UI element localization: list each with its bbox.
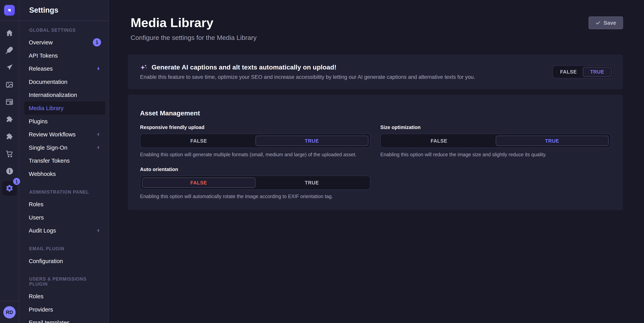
section-label: USERS & PERMISSIONS PLUGIN <box>29 276 102 286</box>
fields-grid: Responsive friendly upload FALSE TRUE En… <box>140 124 611 199</box>
sidebar-item-label: Configuration <box>29 258 63 264</box>
sidebar-item-single-sign-on[interactable]: Single Sign-On <box>19 141 108 154</box>
sidebar-item-plugins[interactable]: Plugins <box>19 114 108 128</box>
nav-content-manager[interactable] <box>0 42 19 59</box>
sidebar-item-webhooks[interactable]: Webhooks <box>19 167 108 180</box>
field-label: Responsive friendly upload <box>140 124 370 130</box>
settings-active-background: 1 <box>2 181 17 196</box>
section-label: GLOBAL SETTINGS <box>29 28 102 32</box>
sidebar-item-label: Review Workflows <box>29 131 76 138</box>
section-administration-panel: ADMINISTRATION PANEL Roles Users Audit L… <box>19 190 108 237</box>
shopping-cart-icon <box>5 150 14 158</box>
sidebar-item-releases[interactable]: Releases <box>19 62 108 75</box>
sidebar-item-internationalization[interactable]: Internationalization <box>19 88 108 102</box>
ai-captions-toggle: FALSE TRUE <box>552 66 613 78</box>
sidebar-item-documentation[interactable]: Documentation <box>19 75 108 88</box>
rail-header <box>0 0 19 21</box>
field-label: Size optimization <box>380 124 611 130</box>
puzzle-icon <box>5 132 14 140</box>
sidebar-item-configuration[interactable]: Configuration <box>19 254 108 268</box>
sidebar-item-label: Roles <box>29 293 44 300</box>
sidebar-item-up-roles[interactable]: Roles <box>19 290 108 303</box>
sidebar-item-label: Webhooks <box>29 170 56 177</box>
sidebar-item-media-library[interactable]: Media Library <box>24 102 105 115</box>
sidebar-item-label: Overview <box>29 39 53 46</box>
section-label: EMAIL PLUGIN <box>29 246 102 251</box>
banner-text: Generate AI captions and alt texts autom… <box>140 64 475 80</box>
toggle-option-false[interactable]: FALSE <box>554 67 583 77</box>
sidebar-item-review-workflows[interactable]: Review Workflows <box>19 128 108 141</box>
nav-plugins-alt[interactable] <box>0 128 19 145</box>
nav-settings[interactable]: 1 <box>0 180 19 197</box>
main-content: Media Library Configure the settings for… <box>109 0 644 323</box>
layout-icon <box>5 98 14 106</box>
nav-content-type-builder[interactable] <box>0 59 19 76</box>
banner-title: Generate AI captions and alt texts autom… <box>152 64 336 71</box>
nav-plugins[interactable] <box>0 110 19 128</box>
toggle-option-true[interactable]: TRUE <box>583 67 612 77</box>
lightning-icon <box>96 228 101 234</box>
toggle-option-true[interactable]: TRUE <box>496 136 609 146</box>
card-title: Asset Management <box>140 110 611 117</box>
banner-title-row: Generate AI captions and alt texts autom… <box>140 64 475 71</box>
sidebar-item-label: Roles <box>29 201 44 208</box>
sparkles-icon <box>140 64 148 71</box>
info-icon <box>5 166 14 175</box>
lightning-icon <box>96 66 101 72</box>
strapi-logo[interactable] <box>4 5 15 16</box>
sidebar-item-label: Email templates <box>29 319 70 323</box>
puzzle-icon <box>5 115 14 123</box>
sidebar-item-audit-logs[interactable]: Audit Logs <box>19 224 108 237</box>
sidebar-item-label: Single Sign-On <box>29 144 68 151</box>
responsive-upload-toggle: FALSE TRUE <box>140 134 370 148</box>
images-icon <box>5 80 14 89</box>
field-hint: Enabling this option will generate multi… <box>140 152 370 158</box>
toggle-option-true[interactable]: TRUE <box>255 178 368 188</box>
strapi-logo-icon <box>6 7 13 14</box>
ai-captions-banner: Generate AI captions and alt texts autom… <box>128 55 623 89</box>
nav-layout[interactable] <box>0 93 19 110</box>
sidebar-item-providers[interactable]: Providers <box>19 303 108 316</box>
sidebar-item-users[interactable]: Users <box>19 211 108 224</box>
sidebar-header: Settings <box>19 0 108 21</box>
screen: 1 RD Settings GLOBAL SETTINGS Overview 1… <box>0 0 644 323</box>
sidebar-item-api-tokens[interactable]: API Tokens <box>19 49 108 62</box>
sidebar-item-admin-roles[interactable]: Roles <box>19 198 108 211</box>
section-label: ADMINISTRATION PANEL <box>29 190 102 194</box>
section-email-plugin: EMAIL PLUGIN Configuration <box>19 246 108 268</box>
toggle-option-false[interactable]: FALSE <box>142 136 255 146</box>
sidebar-item-label: Audit Logs <box>29 227 56 234</box>
sidebar-item-label: Providers <box>29 306 53 313</box>
settings-badge: 1 <box>13 178 20 185</box>
banner-description: Enable this feature to save time, optimi… <box>140 74 475 80</box>
page-subtitle: Configure the settings for the Media Lib… <box>130 34 257 42</box>
strapi-admin: 1 RD Settings GLOBAL SETTINGS Overview 1… <box>0 0 644 323</box>
section-global-settings: GLOBAL SETTINGS Overview 1 API Tokens Re… <box>19 28 108 180</box>
sidebar-item-label: Documentation <box>29 78 68 85</box>
nav-home[interactable] <box>0 24 19 42</box>
home-icon <box>5 29 14 37</box>
sidebar-item-label: Media Library <box>29 105 64 112</box>
field-auto-orientation: Auto orientation FALSE TRUE Enabling thi… <box>140 166 370 200</box>
rail-footer: RD <box>0 301 19 323</box>
sidebar-item-overview[interactable]: Overview 1 <box>19 36 108 49</box>
size-optimization-toggle: FALSE TRUE <box>380 134 611 148</box>
nav-marketplace[interactable] <box>0 145 19 162</box>
nav-media-library[interactable] <box>0 76 19 94</box>
lightning-icon <box>96 144 101 150</box>
toggle-option-true[interactable]: TRUE <box>255 136 368 146</box>
sidebar-nav: GLOBAL SETTINGS Overview 1 API Tokens Re… <box>19 21 108 323</box>
toggle-option-false[interactable]: FALSE <box>142 178 255 188</box>
sidebar-item-label: Plugins <box>29 118 48 124</box>
icon-rail: 1 RD <box>0 0 19 323</box>
save-button[interactable]: Save <box>588 16 623 29</box>
field-responsive-friendly-upload: Responsive friendly upload FALSE TRUE En… <box>140 124 370 158</box>
avatar[interactable]: RD <box>3 306 16 318</box>
page-header: Media Library Configure the settings for… <box>128 0 623 42</box>
nav-info[interactable] <box>0 162 19 180</box>
page-title: Media Library <box>130 16 257 30</box>
toggle-option-false[interactable]: FALSE <box>382 136 496 146</box>
sidebar-item-transfer-tokens[interactable]: Transfer Tokens <box>19 154 108 167</box>
sidebar-item-email-templates[interactable]: Email templates <box>19 316 108 323</box>
lightning-icon <box>96 132 101 137</box>
